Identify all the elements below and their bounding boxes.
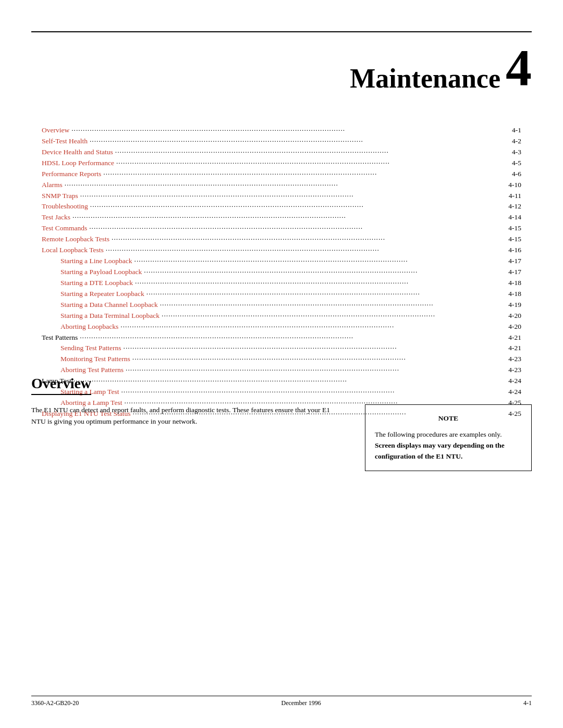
toc-dots: ········································…: [126, 365, 506, 376]
toc-page: 4-16: [508, 245, 521, 256]
toc-label[interactable]: Remote Loopback Tests: [42, 234, 109, 245]
toc-label[interactable]: Alarms: [42, 180, 63, 191]
toc-entry: Self-Test Health ·······················…: [42, 136, 521, 147]
toc-page: 4-19: [508, 300, 521, 311]
toc-label[interactable]: Starting a Repeater Loopback: [60, 289, 144, 300]
toc-entry: Sending Test Patterns ··················…: [42, 343, 521, 354]
toc-dots: ········································…: [144, 267, 506, 278]
toc-dots: ········································…: [116, 158, 510, 169]
toc-entry: SNMP Traps ·····························…: [42, 191, 521, 202]
toc-label[interactable]: HDSL Loop Performance: [42, 158, 114, 169]
toc-dots: ········································…: [124, 343, 507, 354]
toc-page: 4-23: [508, 354, 521, 365]
overview-text: The E1 NTU can detect and report faults,…: [31, 404, 344, 427]
overview-title: Overview: [31, 375, 91, 395]
toc-entry: Test Commands ··························…: [42, 223, 521, 234]
toc-entry: Test Patterns ··························…: [42, 332, 521, 343]
toc-entry: Aborting Loopbacks ·····················…: [42, 322, 521, 332]
toc-dots: ········································…: [134, 256, 507, 267]
toc-entry: Alarms ·································…: [42, 180, 521, 191]
toc-dots: ········································…: [65, 180, 507, 191]
toc-dots: ········································…: [72, 212, 506, 223]
toc-entry: Starting a Data Channel Loopback ·······…: [42, 300, 521, 311]
toc-entry: Performance Reports ····················…: [42, 169, 521, 180]
toc-page: 4-15: [508, 234, 521, 245]
toc-dots: ········································…: [160, 300, 507, 311]
toc-dots: ········································…: [112, 234, 506, 245]
toc-entry: Starting a DTE Loopback ················…: [42, 278, 521, 289]
toc-label[interactable]: Aborting Loopbacks: [60, 322, 118, 332]
overview-content: The E1 NTU can detect and report faults,…: [31, 404, 532, 471]
toc-label[interactable]: Starting a Line Loopback: [60, 256, 132, 267]
overview-section: Overview The E1 NTU can detect and repor…: [31, 375, 532, 471]
toc-label: Test Patterns: [42, 332, 78, 343]
toc-page: 4-21: [508, 332, 521, 343]
toc-page: 4-20: [508, 311, 521, 322]
toc-entry: Aborting Test Patterns ·················…: [42, 365, 521, 376]
toc-page: 4-2: [512, 136, 521, 147]
toc-entry: HDSL Loop Performance ··················…: [42, 158, 521, 169]
toc-page: 4-14: [508, 212, 521, 223]
toc-dots: ········································…: [162, 311, 506, 322]
note-text-bold: Screen displays may vary depending on th…: [375, 441, 505, 460]
toc-dots: ········································…: [80, 191, 507, 202]
toc-dots: ········································…: [146, 289, 506, 300]
toc-dots: ········································…: [135, 278, 506, 289]
toc-entry: Device Health and Status ···············…: [42, 147, 521, 158]
toc-dots: ········································…: [132, 354, 506, 365]
page: Maintenance 4 Overview ·················…: [0, 0, 563, 728]
toc-dots: ········································…: [103, 169, 510, 180]
toc-label[interactable]: Aborting Test Patterns: [60, 365, 124, 376]
toc-label[interactable]: Monitoring Test Patterns: [60, 354, 130, 365]
top-rule: [31, 31, 532, 32]
toc-label[interactable]: Self-Test Health: [42, 136, 88, 147]
toc-page: 4-21: [508, 343, 521, 354]
toc-page: 4-11: [509, 191, 521, 202]
chapter-title: Maintenance: [350, 63, 500, 94]
toc-page: 4-12: [508, 201, 521, 212]
toc-dots: ········································…: [106, 245, 506, 256]
toc-page: 4-3: [512, 147, 521, 158]
toc-label[interactable]: Overview: [42, 125, 69, 136]
toc-label[interactable]: Sending Test Patterns: [60, 343, 121, 354]
note-text: The following procedures are examples on…: [375, 429, 522, 462]
toc-label[interactable]: Starting a Data Channel Loopback: [60, 300, 158, 311]
chapter-header: Maintenance 4: [31, 42, 532, 99]
toc-dots: ········································…: [90, 136, 510, 147]
toc-entry: Starting a Line Loopback ···············…: [42, 256, 521, 267]
toc-dots: ········································…: [71, 125, 510, 136]
toc-label[interactable]: Starting a Data Terminal Loopback: [60, 311, 160, 322]
toc-label[interactable]: SNMP Traps: [42, 191, 78, 202]
toc-label[interactable]: Performance Reports: [42, 169, 101, 180]
toc-page: 4-5: [512, 158, 521, 169]
toc-dots: ········································…: [115, 147, 510, 158]
footer: 3360-A2-GB20-20 December 1996 4-1: [31, 696, 532, 707]
toc-entry: Starting a Repeater Loopback ···········…: [42, 289, 521, 300]
toc-page: 4-18: [508, 289, 521, 300]
toc-dots: ········································…: [80, 332, 506, 343]
toc-label[interactable]: Test Jacks: [42, 212, 70, 223]
toc-label[interactable]: Device Health and Status: [42, 147, 113, 158]
toc-label[interactable]: Starting a DTE Loopback: [60, 278, 133, 289]
toc-entry: Overview ·······························…: [42, 125, 521, 136]
toc-page: 4-6: [512, 169, 521, 180]
toc-page: 4-17: [508, 267, 521, 278]
toc-page: 4-10: [508, 180, 521, 191]
toc-label[interactable]: Troubleshooting: [42, 201, 88, 212]
toc-entry: Starting a Payload Loopback ············…: [42, 267, 521, 278]
toc-page: 4-18: [508, 278, 521, 289]
toc-page: 4-17: [508, 256, 521, 267]
toc-entry: Remote Loopback Tests ··················…: [42, 234, 521, 245]
footer-left: 3360-A2-GB20-20: [31, 699, 79, 707]
toc-dots: ········································…: [120, 322, 506, 332]
note-box: NOTE The following procedures are exampl…: [365, 404, 532, 471]
toc-entry: Starting a Data Terminal Loopback ······…: [42, 311, 521, 322]
toc-label[interactable]: Test Commands: [42, 223, 87, 234]
toc-entry: Local Loopback Tests ···················…: [42, 245, 521, 256]
footer-center: December 1996: [282, 699, 321, 707]
toc-dots: ········································…: [90, 201, 506, 212]
chapter-number: 4: [506, 42, 532, 94]
toc-page: 4-20: [508, 322, 521, 332]
toc-label[interactable]: Local Loopback Tests: [42, 245, 104, 256]
toc-label[interactable]: Starting a Payload Loopback: [60, 267, 142, 278]
